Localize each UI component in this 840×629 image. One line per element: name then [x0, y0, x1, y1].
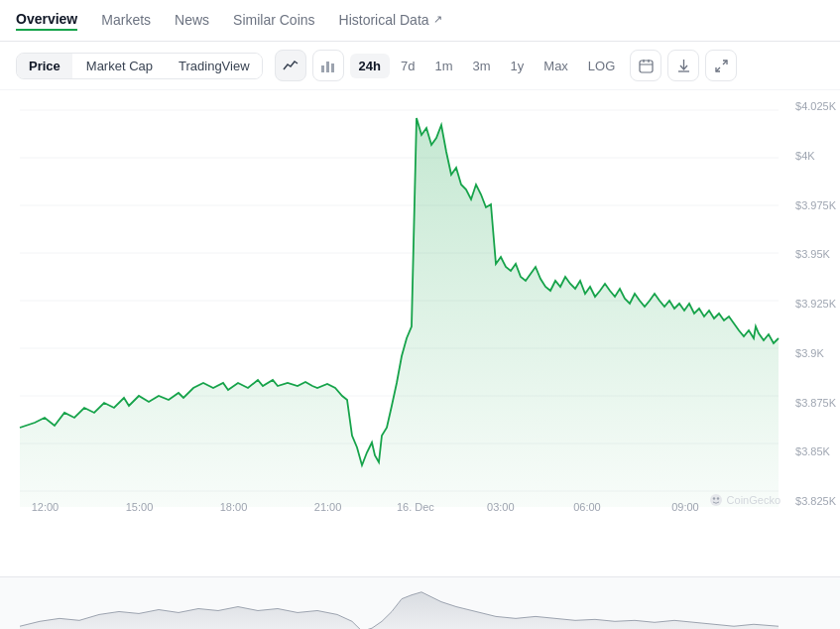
nav-item-markets[interactable]: Markets [101, 12, 151, 30]
nav-item-overview[interactable]: Overview [16, 11, 77, 31]
time-1m-button[interactable]: 1m [425, 54, 461, 78]
line-chart-icon [283, 58, 299, 73]
market-cap-button[interactable]: Market Cap [74, 54, 165, 78]
range-selector-svg [0, 577, 840, 629]
expand-button[interactable] [705, 50, 737, 81]
bar-chart-button[interactable] [312, 50, 344, 81]
calendar-icon [639, 59, 654, 73]
svg-rect-2 [331, 63, 334, 72]
chart-toolbar: Price Market Cap TradingView 24h 7d 1m 3… [0, 42, 840, 90]
x-axis-labels: 12:00 15:00 18:00 21:00 16. Dec 03:00 06… [0, 501, 785, 521]
nav-item-news[interactable]: News [175, 12, 209, 30]
x-label-1800: 18:00 [220, 501, 248, 513]
x-label-1500: 15:00 [126, 501, 154, 513]
time-24h-button[interactable]: 24h [350, 54, 390, 78]
download-icon [676, 59, 691, 73]
time-7d-button[interactable]: 7d [392, 54, 423, 78]
svg-rect-1 [326, 62, 329, 72]
x-label-0900: 09:00 [671, 501, 699, 513]
x-label-0600: 06:00 [573, 501, 601, 513]
svg-point-21 [712, 497, 714, 499]
nav-item-similar-coins[interactable]: Similar Coins [233, 12, 314, 30]
price-button[interactable]: Price [17, 54, 72, 78]
svg-point-22 [716, 497, 718, 499]
svg-rect-3 [640, 61, 653, 72]
range-selector[interactable] [0, 576, 840, 629]
calendar-button[interactable] [630, 50, 661, 81]
download-button[interactable] [667, 50, 699, 81]
time-3m-button[interactable]: 3m [464, 54, 500, 78]
time-max-button[interactable]: Max [535, 54, 577, 78]
svg-rect-0 [321, 65, 324, 72]
x-label-2100: 21:00 [314, 501, 342, 513]
bar-chart-icon [320, 58, 336, 73]
view-type-group: Price Market Cap TradingView [16, 53, 263, 79]
top-navigation: Overview Markets News Similar Coins Hist… [0, 0, 840, 42]
x-label-16dec: 16. Dec [397, 501, 434, 513]
line-chart-button[interactable] [275, 50, 306, 81]
expand-icon [714, 59, 729, 73]
x-label-0300: 03:00 [487, 501, 515, 513]
price-chart-area: $4.025K $4K $3.975K $3.95K $3.925K $3.9K… [0, 90, 840, 576]
time-1y-button[interactable]: 1y [502, 54, 534, 78]
time-log-button[interactable]: LOG [579, 54, 624, 78]
tradingview-button[interactable]: TradingView [167, 54, 262, 78]
nav-item-historical-data[interactable]: Historical Data ↗ [339, 12, 442, 30]
external-link-icon: ↗ [433, 13, 442, 26]
time-period-group: 24h 7d 1m 3m 1y Max LOG [350, 54, 625, 78]
x-label-1200: 12:00 [32, 501, 60, 513]
